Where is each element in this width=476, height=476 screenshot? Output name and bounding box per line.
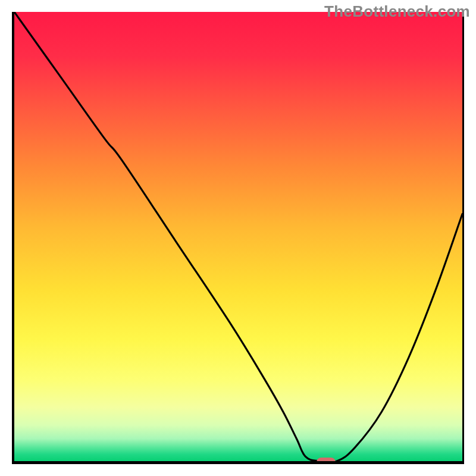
watermark-text: TheBottleneck.com [324, 2, 470, 21]
bottleneck-chart: TheBottleneck.com [0, 0, 476, 476]
plot-area [12, 12, 464, 464]
bottleneck-curve-path [14, 12, 462, 461]
optimal-marker [317, 458, 336, 464]
curve-svg [14, 12, 462, 461]
